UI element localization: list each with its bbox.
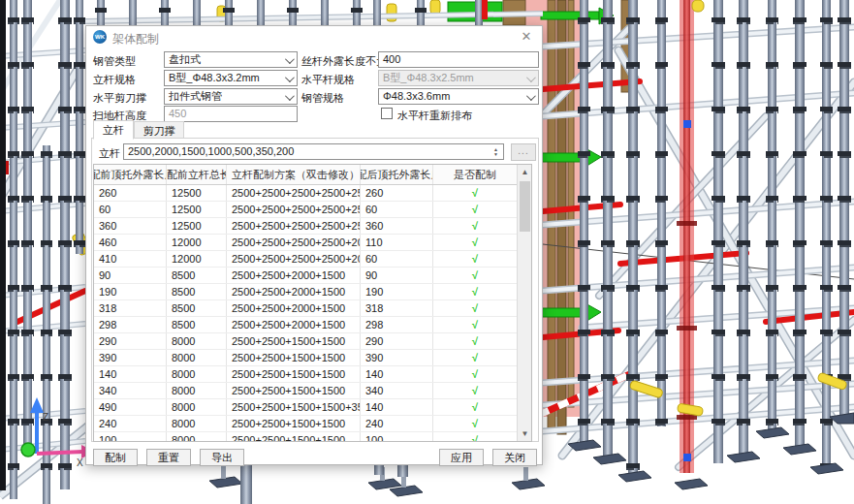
configured-check-icon[interactable]: √: [433, 383, 517, 398]
table-row[interactable]: 9085002500+2500+2000+150090√: [94, 268, 531, 284]
table-cell[interactable]: 8000: [167, 399, 227, 415]
table-cell[interactable]: 298: [361, 317, 433, 332]
table-cell[interactable]: 340: [94, 383, 167, 398]
pipe-spec-select[interactable]: Φ48.3x3.6mm: [378, 88, 539, 105]
table-row[interactable]: 29080002500+2500+1500+1500290√: [94, 333, 531, 350]
table-cell[interactable]: 12500: [167, 185, 227, 201]
configured-check-icon[interactable]: √: [433, 185, 517, 201]
table-cell[interactable]: 8500: [167, 268, 227, 283]
configured-check-icon[interactable]: √: [433, 300, 517, 316]
configured-check-icon[interactable]: √: [433, 416, 517, 431]
table-row[interactable]: 10080002500+2500+1500+1500100√: [94, 432, 531, 441]
table-row[interactable]: 410120002500+2500+2500+2500+2000...60√: [94, 251, 531, 268]
table-cell[interactable]: 490: [94, 399, 167, 415]
table-cell[interactable]: 2500+2500+1500+1500: [227, 383, 361, 398]
dialog-titlebar[interactable]: WK 架体配制 ✕: [86, 26, 542, 47]
table-cell[interactable]: 2500+2500+2500+2500+2500: [227, 202, 361, 217]
scrollbar-thumb[interactable]: [520, 181, 530, 232]
table-cell[interactable]: 260: [94, 185, 167, 201]
screw-length-input[interactable]: 400: [378, 51, 539, 68]
table-cell[interactable]: 190: [94, 284, 167, 299]
configured-check-icon[interactable]: √: [433, 218, 517, 234]
table-cell[interactable]: 8500: [167, 284, 227, 299]
table-cell[interactable]: 12500: [167, 202, 227, 217]
table-cell[interactable]: 12000: [167, 251, 227, 267]
table-cell[interactable]: 8500: [167, 317, 227, 332]
table-row[interactable]: 60125002500+2500+2500+2500+250060√: [94, 202, 531, 218]
table-cell[interactable]: 240: [94, 416, 167, 431]
table-cell[interactable]: 2500+2500+1500+1500: [227, 416, 361, 431]
table-cell[interactable]: 60: [361, 251, 433, 267]
pole-spec-select[interactable]: B型_Φ48.3x3.2mm: [164, 70, 298, 86]
table-cell[interactable]: 2500+2500+1500+1500: [227, 366, 361, 382]
table-cell[interactable]: 298: [94, 317, 167, 332]
table-cell[interactable]: 390: [94, 350, 167, 365]
pipe-type-select[interactable]: 盘扣式: [164, 51, 298, 68]
table-row[interactable]: 24080002500+2500+1500+1500240√: [94, 416, 531, 432]
table-cell[interactable]: 2500+2500+2000+1500: [227, 268, 361, 283]
scroll-up-icon[interactable]: ▲: [518, 165, 532, 179]
configured-check-icon[interactable]: √: [433, 366, 517, 382]
table-cell[interactable]: 140: [94, 366, 167, 382]
configured-check-icon[interactable]: √: [433, 251, 517, 267]
configured-check-icon[interactable]: √: [433, 399, 517, 415]
table-row[interactable]: 460120002500+2500+2500+2500+2000...110√: [94, 235, 531, 251]
table-row[interactable]: 260125002500+2500+2500+2500+2500260√: [94, 185, 531, 202]
table-cell[interactable]: 290: [361, 333, 433, 349]
table-row[interactable]: 19085002500+2500+2000+1500190√: [94, 284, 531, 300]
configure-button[interactable]: 配制: [93, 449, 138, 466]
spinner-stepper[interactable]: ▲▼: [490, 145, 502, 158]
table-cell[interactable]: 12500: [167, 218, 227, 234]
apply-button[interactable]: 应用: [439, 449, 484, 466]
table-cell[interactable]: 2500+2500+1500+1500: [227, 350, 361, 365]
table-cell[interactable]: 2500+2500+2000+1500: [227, 317, 361, 332]
col-header-post-jack[interactable]: 配后顶托外露长度: [361, 165, 433, 184]
configured-check-icon[interactable]: √: [433, 202, 517, 217]
table-cell[interactable]: 318: [94, 300, 167, 316]
table-row[interactable]: 49080002500+2500+1500+1500+350140√: [94, 399, 531, 416]
table-cell[interactable]: 8000: [167, 432, 227, 441]
table-cell[interactable]: 8000: [167, 350, 227, 365]
table-cell[interactable]: 360: [94, 218, 167, 234]
table-cell[interactable]: 340: [361, 383, 433, 398]
close-button[interactable]: 关闭: [492, 449, 537, 466]
table-cell[interactable]: 318: [361, 300, 433, 316]
table-cell[interactable]: 100: [361, 432, 433, 441]
table-cell[interactable]: 2500+2500+2500+2500+2500: [227, 218, 361, 234]
table-cell[interactable]: 60: [361, 202, 433, 217]
configured-check-icon[interactable]: √: [433, 317, 517, 332]
table-cell[interactable]: 8000: [167, 383, 227, 398]
table-cell[interactable]: 110: [361, 235, 433, 250]
table-cell[interactable]: 460: [94, 235, 167, 250]
table-row[interactable]: 31885002500+2500+2000+1500318√: [94, 300, 531, 317]
table-cell[interactable]: 2500+2500+1500+1500+350: [227, 399, 361, 415]
table-cell[interactable]: 2500+2500+2500+2500+2000...: [227, 235, 361, 250]
configured-check-icon[interactable]: √: [433, 235, 517, 250]
table-cell[interactable]: 240: [361, 416, 433, 431]
table-cell[interactable]: 290: [94, 333, 167, 349]
close-icon[interactable]: ✕: [519, 29, 534, 45]
table-cell[interactable]: 8500: [167, 300, 227, 316]
configured-check-icon[interactable]: √: [433, 268, 517, 283]
col-header-pre-total[interactable]: 配前立杆总长: [167, 165, 227, 184]
sweep-height-input[interactable]: 450: [164, 106, 298, 122]
table-cell[interactable]: 100: [94, 432, 167, 441]
table-cell[interactable]: 390: [361, 350, 433, 365]
table-cell[interactable]: 90: [94, 268, 167, 283]
table-cell[interactable]: 140: [361, 366, 433, 382]
table-cell[interactable]: 2500+2500+1500+1500: [227, 432, 361, 441]
table-cell[interactable]: 2500+2500+2000+1500: [227, 300, 361, 316]
table-cell[interactable]: 8000: [167, 366, 227, 382]
table-row[interactable]: 29885002500+2500+2000+1500298√: [94, 317, 531, 333]
table-cell[interactable]: 60: [94, 202, 167, 217]
table-cell[interactable]: 2500+2500+2500+2500+2000...: [227, 251, 361, 267]
table-cell[interactable]: 12000: [167, 235, 227, 250]
configured-check-icon[interactable]: √: [433, 432, 517, 441]
table-cell[interactable]: 260: [361, 185, 433, 201]
table-cell[interactable]: 190: [361, 284, 433, 299]
table-row[interactable]: 34080002500+2500+1500+1500340√: [94, 383, 531, 399]
table-cell[interactable]: 8000: [167, 333, 227, 349]
tab-pole[interactable]: 立杆: [93, 120, 134, 140]
col-header-plan[interactable]: 立杆配制方案（双击修改）: [227, 165, 361, 184]
vertical-scrollbar[interactable]: ▲ ▼: [517, 165, 531, 441]
